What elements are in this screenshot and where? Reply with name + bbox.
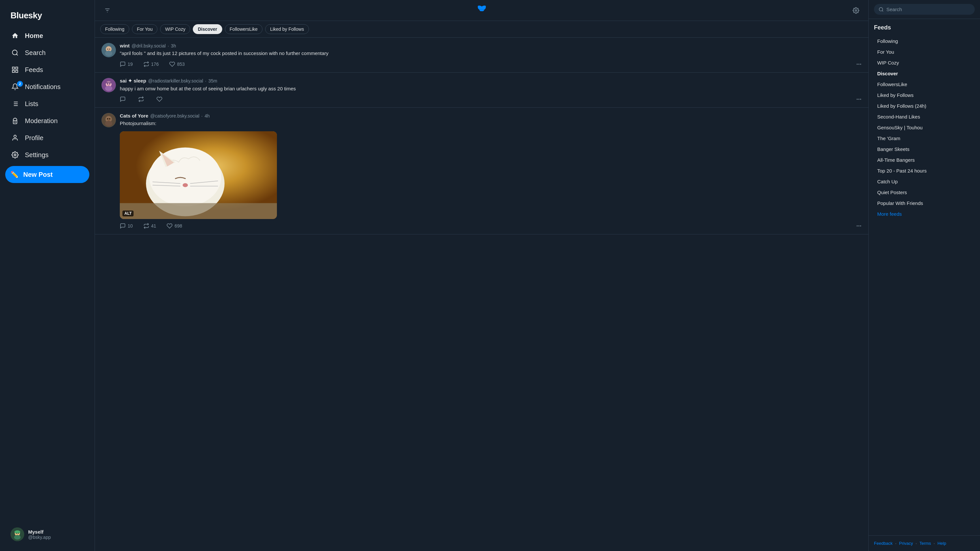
post-content: Cats of Yore @catsofyore.bsky.social · 4… <box>120 113 862 229</box>
feed-tab-liked-by-follows[interactable]: Liked by Follows <box>265 24 309 34</box>
more-button[interactable] <box>856 223 862 229</box>
privacy-link[interactable]: Privacy <box>899 541 913 546</box>
svg-point-20 <box>18 533 19 534</box>
sidebar-nav: Home Search Feeds Notifications 2 Lists … <box>5 27 89 163</box>
feeds-list-item-followers-like[interactable]: FollowersLike <box>874 79 975 90</box>
sidebar-item-label: Feeds <box>25 66 43 74</box>
feeds-list-item-second-hand-likes[interactable]: Second-Hand Likes <box>874 111 975 122</box>
svg-point-39 <box>861 99 861 100</box>
alt-badge[interactable]: ALT <box>123 210 134 217</box>
search-input[interactable] <box>886 6 970 12</box>
posts-feed: wint @dril.bsky.social · 3h "april fools… <box>95 38 869 551</box>
svg-point-36 <box>107 83 108 84</box>
post-avatar <box>102 113 116 127</box>
right-footer: Feedback · Privacy · Terms · Help <box>869 535 980 551</box>
sidebar-item-label: Profile <box>25 134 43 142</box>
post-text: Photojournalism: <box>120 120 862 127</box>
sidebar-item-home[interactable]: Home <box>5 27 89 44</box>
reply-button[interactable] <box>120 96 128 102</box>
feedback-link[interactable]: Feedback <box>874 541 892 546</box>
feeds-list-item-top-20[interactable]: Top 20 - Past 24 hours <box>874 165 975 176</box>
more-button[interactable] <box>856 61 862 67</box>
feeds-list-item-popular-with-friends[interactable]: Popular With Friends <box>874 198 975 209</box>
sidebar-item-label: Home <box>25 32 43 40</box>
feeds-list-item-banger-skeets[interactable]: Banger Skeets <box>874 144 975 154</box>
feeds-list-item-liked-by-follows[interactable]: Liked by Follows <box>874 90 975 100</box>
help-link[interactable]: Help <box>937 541 946 546</box>
reply-count: 10 <box>128 223 133 229</box>
svg-point-31 <box>861 64 861 64</box>
feeds-list-item-discover[interactable]: Discover <box>874 68 975 79</box>
feeds-panel-title: Feeds <box>874 24 975 31</box>
sidebar-item-lists[interactable]: Lists <box>5 95 89 112</box>
moderation-icon <box>11 116 20 126</box>
repost-button[interactable]: 41 <box>143 223 156 229</box>
post-time: 3h <box>171 43 176 48</box>
feeds-list-item-liked-by-follows-24h[interactable]: Liked by Follows (24h) <box>874 100 975 111</box>
post-content: sai ✦ sleep @radiostarkiller.bsky.social… <box>120 78 862 102</box>
post-item[interactable]: Cats of Yore @catsofyore.bsky.social · 4… <box>95 108 869 234</box>
feeds-list-item-catch-up[interactable]: Catch Up <box>874 176 975 187</box>
svg-point-29 <box>109 49 110 50</box>
main-content: FollowingFor YouWIP CozyDiscoverFollower… <box>95 0 869 551</box>
sidebar-item-search[interactable]: Search <box>5 44 89 61</box>
user-profile-button[interactable]: Myself @bsky.app <box>5 524 89 545</box>
svg-point-35 <box>105 86 112 91</box>
post-item[interactable]: sai ✦ sleep @radiostarkiller.bsky.social… <box>95 73 869 108</box>
like-count: 698 <box>175 223 182 229</box>
user-handle: @bsky.app <box>28 535 51 540</box>
feed-tab-wip-cozy[interactable]: WIP Cozy <box>160 24 190 34</box>
feeds-list-item-gensousky-touhou[interactable]: GensouSky | Touhou <box>874 122 975 133</box>
settings-button[interactable] <box>850 5 862 16</box>
sidebar-item-moderation[interactable]: Moderation <box>5 112 89 129</box>
feeds-list-item-following[interactable]: Following <box>874 36 975 46</box>
edit-icon: ✏️ <box>11 170 19 178</box>
feeds-list-item-the-gram[interactable]: The 'Gram <box>874 133 975 144</box>
feed-tab-for-you[interactable]: For You <box>132 24 158 34</box>
feeds-list-item-all-time-bangers[interactable]: All-Time Bangers <box>874 154 975 165</box>
post-header: wint @dril.bsky.social · 3h <box>120 43 862 48</box>
feed-tab-followers-like[interactable]: FollowersLike <box>225 24 263 34</box>
new-post-button[interactable]: ✏️ New Post <box>5 166 89 183</box>
post-item[interactable]: wint @dril.bsky.social · 3h "april fools… <box>95 38 869 73</box>
post-display-name: wint <box>120 43 130 48</box>
search-input-wrap[interactable] <box>874 4 975 15</box>
post-header: sai ✦ sleep @radiostarkiller.bsky.social… <box>120 78 862 84</box>
feed-tab-following[interactable]: Following <box>100 24 129 34</box>
like-button[interactable]: 853 <box>169 61 185 67</box>
feeds-list-item-for-you[interactable]: For You <box>874 46 975 57</box>
sidebar-item-settings[interactable]: Settings <box>5 147 89 163</box>
like-button[interactable]: 698 <box>167 223 182 229</box>
like-button[interactable] <box>156 96 164 102</box>
lists-icon <box>11 99 20 108</box>
search-bar <box>869 0 980 19</box>
feed-tab-discover[interactable]: Discover <box>193 24 222 34</box>
terms-link[interactable]: Terms <box>920 541 931 546</box>
sidebar-item-notifications[interactable]: Notifications 2 <box>5 78 89 95</box>
svg-point-17 <box>14 535 21 540</box>
repost-button[interactable]: 176 <box>143 61 159 67</box>
sidebar-item-feeds[interactable]: Feeds <box>5 61 89 78</box>
repost-button[interactable] <box>138 96 146 102</box>
post-actions <box>120 96 862 102</box>
reply-button[interactable]: 19 <box>120 61 133 67</box>
feeds-list-item-quiet-posters[interactable]: Quiet Posters <box>874 187 975 198</box>
svg-point-48 <box>149 147 221 206</box>
post-display-name: Cats of Yore <box>120 113 148 118</box>
svg-point-37 <box>109 83 110 84</box>
feeds-list-item-wip-cozy[interactable]: WIP Cozy <box>874 57 975 68</box>
more-feeds-link[interactable]: More feeds <box>874 209 975 219</box>
svg-point-59 <box>857 226 858 226</box>
svg-point-49 <box>183 183 188 187</box>
feeds-panel: Feeds FollowingFor YouWIP CozyDiscoverFo… <box>869 19 980 535</box>
reply-button[interactable]: 10 <box>120 223 133 229</box>
post-text: "april fools " and its just 12 pictures … <box>120 50 862 57</box>
sidebar-item-profile[interactable]: Profile <box>5 129 89 147</box>
svg-point-32 <box>857 64 858 64</box>
svg-rect-3 <box>16 70 18 72</box>
more-button[interactable] <box>856 96 862 102</box>
post-actions: 10 41 698 <box>120 223 862 229</box>
post-display-name: sai ✦ sleep <box>120 78 146 84</box>
filter-button[interactable] <box>102 5 113 16</box>
svg-point-58 <box>861 226 861 226</box>
